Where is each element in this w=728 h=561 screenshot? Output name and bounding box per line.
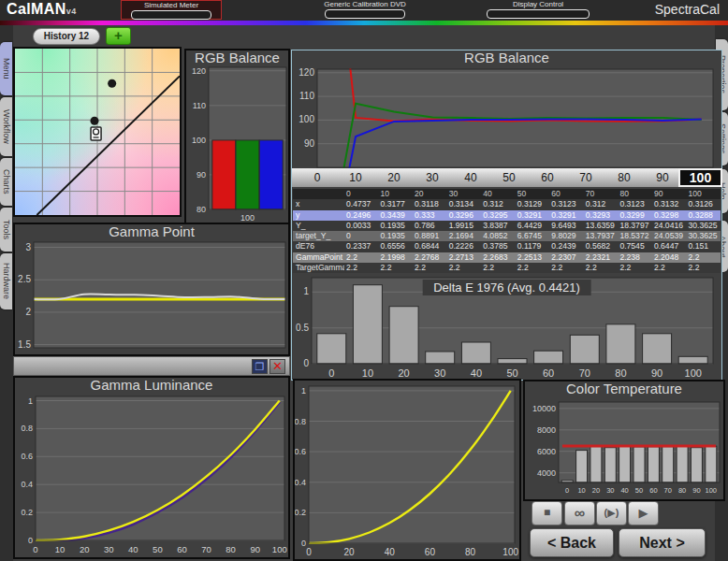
table-cell: 0.5682 (584, 241, 619, 252)
top-bar: CalMANv4 Simulated Meter Generic Calibra… (0, 0, 728, 21)
svg-text:0.6: 0.6 (295, 447, 306, 456)
loop-button[interactable]: ∞ (564, 501, 595, 525)
display-selector[interactable]: Display Control (479, 0, 597, 20)
table-row-GammaPoint[interactable]: GammaPoint2.22.19982.27682.27132.26832.2… (293, 252, 721, 263)
gamma-point-panel: Gamma Point 32.521.5 (13, 223, 290, 356)
table-cell: 0.2337 (344, 241, 379, 252)
close-window-button[interactable]: ✕ (269, 359, 285, 374)
play-button[interactable]: ▶ (628, 501, 659, 525)
table-cell: 9.8029 (549, 231, 584, 241)
stimulus-label[interactable]: 10 (344, 171, 367, 184)
play-single-button[interactable]: (▶) (596, 501, 627, 525)
display-label: Display Control (479, 0, 597, 9)
svg-text:90: 90 (651, 367, 662, 379)
stimulus-label[interactable]: 80 (613, 171, 635, 184)
table-cell: 2.2 (379, 263, 414, 273)
table-cell: 2.2713 (447, 252, 482, 263)
stimulus-label[interactable]: 50 (498, 171, 520, 184)
stimulus-label[interactable]: 70 (575, 171, 597, 184)
gamma-luminance-chart: 10.80.60.40.200102030405060708090100 (15, 393, 288, 555)
gamma-point-chart: 32.521.5 (15, 239, 288, 351)
stimulus-label[interactable]: 60 (536, 171, 559, 184)
table-header-cell: 30 (447, 189, 482, 199)
table-cell: 0.3299 (618, 210, 652, 221)
table-cell: 2.2307 (549, 252, 584, 263)
svg-text:0: 0 (328, 367, 334, 379)
table-header-cell: 60 (549, 189, 584, 199)
stimulus-axis[interactable]: 0102030405060708090100 (292, 168, 721, 187)
svg-text:2.5: 2.5 (18, 274, 31, 284)
table-cell: 0.333 (413, 210, 447, 221)
table-row-label: y (293, 210, 344, 221)
table-cell: 6.4429 (516, 221, 550, 231)
table-cell: 0.3439 (379, 210, 414, 221)
stimulus-label[interactable]: 90 (651, 171, 674, 184)
table-cell: 0.1935 (379, 231, 414, 241)
table-cell: 0.2226 (447, 241, 482, 252)
cie-gamut-chart (15, 49, 180, 215)
chart-window-titlebar[interactable]: ❐ ✕ (13, 356, 290, 376)
stimulus-label[interactable]: 40 (459, 171, 482, 184)
table-cell: 13.6359 (584, 221, 619, 231)
display-dropdown[interactable] (487, 9, 590, 19)
svg-text:50: 50 (506, 367, 517, 379)
stimulus-selected[interactable]: 100 (678, 168, 722, 187)
svg-text:60: 60 (425, 547, 436, 557)
table-row-dE76[interactable]: dE760.23370.65560.68440.22260.37850.1179… (293, 241, 721, 252)
table-header-cell: 40 (481, 189, 516, 199)
svg-text:100: 100 (192, 136, 206, 145)
svg-text:110: 110 (193, 101, 206, 110)
source-label: Generic Calibration DVD (309, 0, 421, 9)
table-row-x[interactable]: x0.47370.31770.31180.31340.3120.31290.31… (293, 199, 721, 209)
svg-text:70: 70 (579, 367, 590, 379)
table-row-label: TargetGammaP (293, 263, 344, 273)
delta-e-title: Delta E 1976 (Avg. 0.4421) (422, 280, 591, 295)
svg-text:10: 10 (362, 367, 373, 379)
svg-text:10: 10 (577, 486, 585, 495)
sidebar-tab-charts[interactable]: Charts (0, 158, 12, 206)
table-cell: 0.3293 (584, 210, 619, 221)
source-selector[interactable]: Generic Calibration DVD (309, 0, 421, 20)
rgb-balance-bars-title: RGB Balance (186, 50, 288, 65)
source-dropdown[interactable] (325, 9, 405, 19)
table-row-Y_[interactable]: Y_0.00330.19350.7861.99153.83876.44299.6… (293, 221, 721, 231)
svg-text:20: 20 (592, 486, 600, 495)
svg-text:0.8: 0.8 (21, 424, 33, 433)
stimulus-label[interactable]: 0 (306, 171, 328, 184)
table-cell: 2.2048 (652, 252, 687, 263)
svg-text:120: 120 (298, 67, 314, 78)
table-cell: 0.3123 (549, 199, 584, 209)
add-button[interactable]: + (106, 27, 131, 45)
table-cell: 2.2 (686, 263, 721, 273)
svg-text:1.5: 1.5 (18, 339, 31, 350)
meter-selector[interactable]: Simulated Meter (121, 0, 222, 20)
table-cell: 0.1935 (379, 221, 414, 231)
table-row-y[interactable]: y0.24960.34390.3330.32960.32950.32910.32… (293, 210, 721, 221)
table-cell: 0.3126 (686, 199, 721, 209)
history-button[interactable]: History 12 (33, 28, 100, 45)
table-row-target_Y_[interactable]: target_Y_00.19350.88912.16944.08526.6745… (293, 231, 721, 241)
table-row-label: dE76 (293, 241, 344, 252)
stop-button[interactable]: ■ (531, 501, 562, 525)
next-button[interactable]: Next > (619, 528, 706, 557)
table-row-TargetGammaP[interactable]: TargetGammaP2.22.22.22.22.22.22.22.22.22… (293, 263, 721, 273)
stimulus-label[interactable]: 30 (421, 171, 444, 184)
svg-text:10000: 10000 (532, 404, 556, 413)
svg-text:1: 1 (303, 286, 309, 296)
svg-text:90: 90 (304, 138, 315, 149)
sidebar-tab-menu[interactable]: Menu (0, 42, 12, 95)
table-cell: 0.8891 (413, 231, 447, 241)
table-cell: 0.3785 (481, 241, 516, 252)
sidebar-tab-tools[interactable]: Tools (0, 208, 12, 252)
rgb-balance-line-chart: 12011010090 (293, 65, 721, 168)
sidebar-tab-workflow[interactable]: Workflow (0, 97, 12, 156)
stimulus-label[interactable]: 20 (383, 171, 405, 184)
restore-window-button[interactable]: ❐ (252, 359, 268, 374)
back-button[interactable]: < Back (530, 528, 614, 557)
svg-text:50: 50 (153, 544, 163, 554)
sidebar-tab-hardware[interactable]: Hardware (0, 253, 12, 309)
table-header-cell: 20 (413, 189, 447, 199)
table-cell: 0.3288 (686, 210, 721, 221)
table-cell: 0 (344, 231, 379, 241)
meter-dropdown[interactable] (131, 10, 211, 20)
